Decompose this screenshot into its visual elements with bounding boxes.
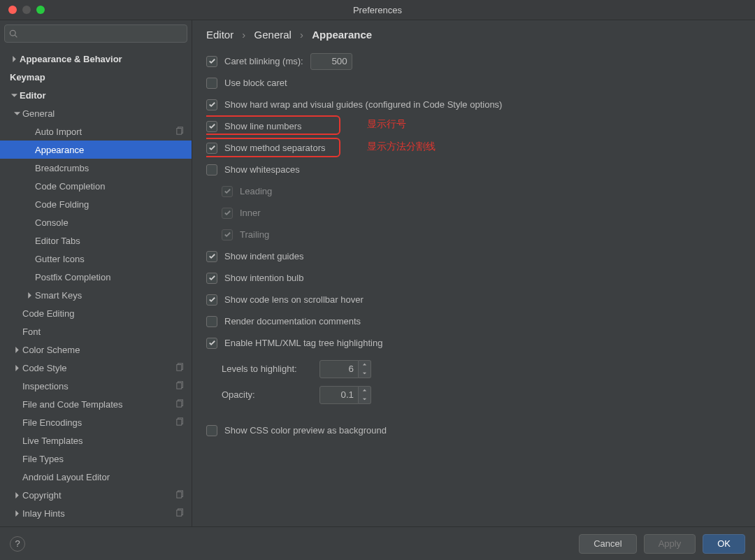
maximize-window-icon[interactable] — [36, 6, 45, 14]
tree-item-font[interactable]: Font — [0, 322, 192, 340]
chevron-up-icon[interactable] — [359, 387, 371, 395]
chevron-right-icon[interactable] — [24, 292, 35, 299]
footer: ? Cancel Apply OK — [0, 526, 755, 560]
caret-blinking-input[interactable] — [310, 53, 352, 70]
tree-item-keymap[interactable]: Keymap — [0, 68, 192, 86]
tree-item-postfix-completion[interactable]: Postfix Completion — [0, 268, 192, 286]
tree-item-editor[interactable]: Editor — [0, 86, 192, 104]
chevron-right-icon[interactable] — [11, 347, 22, 353]
cancel-button[interactable]: Cancel — [579, 534, 636, 554]
leading-checkbox — [222, 186, 233, 197]
tree-item-general[interactable]: General — [0, 104, 192, 122]
chevron-down-icon[interactable] — [8, 92, 20, 99]
breadcrumb-2: Appearance — [312, 29, 372, 41]
intention-bulb-checkbox[interactable] — [206, 273, 217, 284]
tree-item-breadcrumbs[interactable]: Breadcrumbs — [0, 159, 192, 177]
tree-item-inspections[interactable]: Inspections — [0, 377, 192, 395]
tree-item-label: Copyright — [22, 490, 176, 501]
tree-item-label: Font — [22, 326, 192, 337]
tree-item-code-folding[interactable]: Code Folding — [0, 195, 192, 213]
chevron-right-icon[interactable] — [11, 365, 22, 371]
caret-blinking-checkbox[interactable] — [206, 56, 217, 67]
tree-item-label: Android Layout Editor — [22, 472, 192, 482]
tree-item-label: Postfix Completion — [35, 272, 192, 282]
tree-item-color-scheme[interactable]: Color Scheme — [0, 340, 192, 359]
svg-rect-1 — [177, 128, 182, 134]
svg-rect-9 — [177, 419, 182, 425]
method-separators-label: Show method separators — [224, 143, 326, 153]
render-doc-checkbox[interactable] — [206, 316, 217, 327]
use-block-caret-checkbox[interactable] — [206, 78, 217, 89]
tree-item-label: Editor — [20, 90, 192, 101]
levels-label: Levels to highlight: — [222, 364, 312, 374]
chevron-down-icon[interactable] — [11, 110, 22, 117]
chevron-down-icon[interactable] — [359, 369, 371, 378]
scope-icon — [176, 399, 185, 410]
minimize-window-icon[interactable] — [22, 6, 31, 14]
tree-item-label: Code Style — [22, 363, 176, 373]
tree-item-file-types[interactable]: File Types — [0, 450, 192, 468]
hard-wrap-checkbox[interactable] — [206, 99, 217, 110]
chevron-right-icon: › — [300, 29, 303, 41]
content-pane: Editor › General › Appearance Caret blin… — [192, 20, 755, 526]
annotation-line-numbers: 显示行号 — [367, 118, 406, 131]
use-block-caret-label: Use block caret — [224, 78, 287, 88]
tree-item-code-editing[interactable]: Code Editing — [0, 304, 192, 322]
line-numbers-label: Show line numbers — [224, 121, 302, 131]
tree-item-label: Breadcrumbs — [35, 163, 192, 173]
tree-item-label: File Types — [22, 454, 192, 464]
close-window-icon[interactable] — [8, 6, 17, 14]
tree-item-live-templates[interactable]: Live Templates — [0, 431, 192, 450]
apply-button[interactable]: Apply — [644, 534, 696, 554]
opacity-stepper[interactable] — [359, 386, 371, 404]
scope-icon — [176, 381, 185, 392]
chevron-up-icon[interactable] — [359, 361, 371, 369]
breadcrumb-0[interactable]: Editor — [206, 29, 233, 41]
tree-item-android-layout-editor[interactable]: Android Layout Editor — [0, 468, 192, 486]
tree-item-appearance-behavior[interactable]: Appearance & Behavior — [0, 50, 192, 68]
tree-item-editor-tabs[interactable]: Editor Tabs — [0, 231, 192, 250]
annotation-method-separators: 显示方法分割线 — [367, 141, 436, 153]
chevron-down-icon[interactable] — [359, 395, 371, 403]
css-preview-checkbox[interactable] — [206, 425, 217, 436]
chevron-right-icon[interactable] — [11, 492, 22, 498]
chevron-right-icon[interactable] — [11, 510, 22, 517]
code-lens-checkbox[interactable] — [206, 294, 217, 306]
help-button[interactable]: ? — [10, 536, 25, 552]
tree-item-appearance[interactable]: Appearance — [0, 141, 192, 159]
tree-item-label: Color Scheme — [22, 345, 192, 355]
indent-guides-checkbox[interactable] — [206, 251, 217, 262]
tree-item-label: File Encodings — [22, 417, 176, 428]
tree-item-label: Auto Import — [35, 127, 176, 137]
tree-item-file-encodings[interactable]: File Encodings — [0, 413, 192, 431]
tree-item-code-style[interactable]: Code Style — [0, 359, 192, 377]
intention-bulb-label: Show intention bulb — [224, 273, 303, 283]
tree-item-file-and-code-templates[interactable]: File and Code Templates — [0, 395, 192, 413]
svg-rect-3 — [177, 364, 182, 371]
line-numbers-checkbox[interactable] — [206, 121, 217, 132]
tree-item-gutter-icons[interactable]: Gutter Icons — [0, 250, 192, 268]
tree-item-auto-import[interactable]: Auto Import — [0, 122, 192, 141]
tree-item-smart-keys[interactable]: Smart Keys — [0, 286, 192, 304]
html-tag-tree-checkbox[interactable] — [206, 338, 217, 349]
tree-item-inlay-hints[interactable]: Inlay Hints — [0, 504, 192, 522]
whitespaces-checkbox[interactable] — [206, 164, 217, 175]
inner-label: Inner — [240, 208, 261, 218]
svg-rect-11 — [177, 491, 182, 498]
ok-button[interactable]: OK — [703, 534, 745, 554]
levels-stepper[interactable] — [359, 360, 371, 378]
tree-item-label: Keymap — [10, 72, 192, 82]
search-input[interactable] — [4, 24, 187, 43]
levels-input[interactable] — [319, 360, 359, 378]
tree-item-label: Console — [35, 217, 192, 228]
opacity-label: Opacity: — [222, 389, 312, 400]
breadcrumb-1[interactable]: General — [254, 29, 292, 41]
opacity-input[interactable] — [319, 386, 359, 404]
tree-item-copyright[interactable]: Copyright — [0, 486, 192, 504]
sidebar: Appearance & BehaviorKeymapEditorGeneral… — [0, 20, 192, 526]
scope-icon — [176, 363, 185, 373]
tree-item-code-completion[interactable]: Code Completion — [0, 177, 192, 195]
method-separators-checkbox[interactable] — [206, 143, 217, 154]
tree-item-console[interactable]: Console — [0, 213, 192, 231]
chevron-right-icon[interactable] — [8, 56, 20, 62]
